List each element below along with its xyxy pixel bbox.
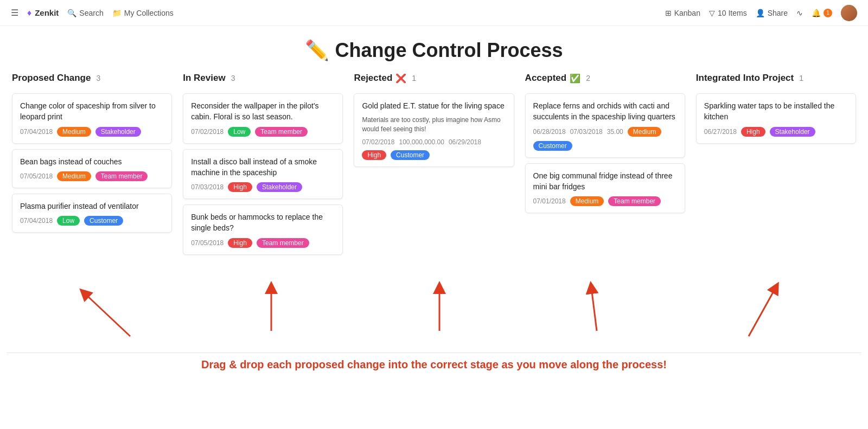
card-meta-accepted-0: 06/28/201807/03/201835.00MediumCustomer	[533, 127, 677, 151]
card-tag-proposed-0-0: Medium	[57, 127, 91, 137]
hamburger-icon[interactable]: ☰	[11, 8, 18, 18]
svg-line-1	[84, 293, 130, 336]
share-icon: 👤	[756, 9, 765, 17]
card-note-rejected-0: Materials are too costly, plus imagine h…	[362, 116, 506, 134]
column-title-integrated: Integrated Into Project	[696, 73, 794, 84]
avatar-image	[841, 5, 857, 21]
card-extra2-rejected-0: 06/29/2018	[449, 138, 481, 146]
card-rejected-0[interactable]: Gold plated E.T. statue for the living s…	[354, 93, 514, 167]
card-meta-review-0: 07/02/2018LowTeam member	[191, 127, 335, 137]
card-meta-rejected-0: 07/02/2018100,000,000.0006/29/2018HighCu…	[362, 138, 506, 160]
column-icon-accepted: ✅	[570, 73, 580, 84]
card-tag-rejected-0-0: High	[362, 150, 386, 160]
share-label: Share	[768, 9, 788, 17]
kanban-column-proposed: Proposed Change3Change color of spaceshi…	[7, 73, 177, 260]
card-tag-review-1-1: Stakeholder	[257, 182, 302, 192]
card-tag-integrated-0-1: Stakeholder	[770, 127, 815, 137]
card-meta-proposed-0: 07/04/2018MediumStakeholder	[20, 127, 164, 137]
logo-diamond-icon: ♦	[27, 8, 31, 18]
svg-line-4	[591, 287, 597, 331]
card-tag-integrated-0-0: High	[741, 127, 765, 137]
card-extra2-accepted-0: 35.00	[607, 128, 623, 136]
column-header-review: In Review3	[183, 73, 343, 86]
card-review-2[interactable]: Bunk beds or hammocks to replace the sin…	[183, 204, 343, 255]
activity-button[interactable]: ∿	[796, 9, 803, 17]
column-count-accepted: 2	[586, 74, 590, 82]
notification-button[interactable]: 🔔 1	[812, 9, 832, 17]
card-tag-proposed-1-0: Medium	[57, 171, 91, 181]
card-tag-accepted-0-0: Medium	[628, 127, 662, 137]
card-proposed-1[interactable]: Bean bags instead of couches07/05/2018Me…	[12, 149, 172, 188]
filter-items-button[interactable]: ▽ 10 Items	[709, 9, 747, 17]
share-button[interactable]: 👤 Share	[756, 9, 788, 17]
card-meta-integrated-0: 06/27/2018HighStakeholder	[704, 127, 848, 137]
card-date-review-2: 07/05/2018	[191, 239, 224, 247]
card-tag-proposed-1-1: Team member	[95, 171, 148, 181]
bottom-instruction: Drag & drop each proposed change into th…	[0, 353, 868, 387]
notification-badge: 1	[824, 9, 832, 17]
card-title-integrated-0: Sparkling water taps to be installed the…	[704, 100, 848, 123]
arrows-svg	[0, 266, 868, 353]
bell-icon: 🔔	[812, 9, 821, 17]
card-title-accepted-0: Replace ferns and orchids with cacti and…	[533, 100, 677, 123]
column-icon-rejected: ❌	[395, 73, 406, 84]
card-title-proposed-0: Change color of spaceship from silver to…	[20, 100, 164, 123]
kanban-column-rejected: Rejected❌1Gold plated E.T. statue for th…	[348, 73, 519, 260]
card-tag-proposed-0-1: Stakeholder	[95, 127, 141, 137]
card-title-review-2: Bunk beds or hammocks to replace the sin…	[191, 212, 335, 234]
card-review-0[interactable]: Reconsider the wallpaper in the pilot's …	[183, 93, 343, 144]
top-nav: ☰ ♦ Zenkit 🔍 Search 📁 My Collections ⊞ K…	[0, 0, 868, 26]
card-tag-accepted-1-1: Team member	[608, 196, 661, 206]
collections-button[interactable]: 📁 My Collections	[112, 9, 174, 17]
column-header-rejected: Rejected❌1	[354, 73, 514, 86]
page-title-area: ✏️ Change Control Process	[0, 26, 868, 73]
card-title-rejected-0: Gold plated E.T. statue for the living s…	[362, 100, 506, 111]
card-meta-review-2: 07/05/2018HighTeam member	[191, 238, 335, 248]
card-tag-accepted-0-1: Customer	[533, 141, 572, 151]
arrows-area	[0, 266, 868, 353]
card-tag-review-0-0: Low	[228, 127, 251, 137]
column-title-accepted: Accepted	[525, 73, 567, 84]
svg-line-5	[749, 287, 776, 336]
card-tag-accepted-1-0: Medium	[570, 196, 604, 206]
card-accepted-0[interactable]: Replace ferns and orchids with cacti and…	[525, 93, 685, 158]
card-date-rejected-0: 07/02/2018	[362, 138, 394, 146]
card-proposed-2[interactable]: Plasma purifier instead of ventilator07/…	[12, 194, 172, 233]
column-count-proposed: 3	[96, 74, 100, 82]
card-meta-accepted-1: 07/01/2018MediumTeam member	[533, 196, 677, 206]
column-title-proposed: Proposed Change	[12, 73, 91, 84]
card-date-proposed-2: 07/04/2018	[20, 217, 53, 225]
app-logo[interactable]: ♦ Zenkit	[27, 8, 59, 18]
card-tag-review-2-1: Team member	[257, 238, 309, 248]
nav-right: ⊞ Kanban ▽ 10 Items 👤 Share ∿ 🔔 1	[665, 5, 857, 21]
column-title-review: In Review	[183, 73, 225, 84]
card-title-review-0: Reconsider the wallpaper in the pilot's …	[191, 100, 335, 123]
card-review-1[interactable]: Install a disco ball instead of a smoke …	[183, 149, 343, 200]
card-meta-proposed-2: 07/04/2018LowCustomer	[20, 216, 164, 226]
card-date-proposed-0: 07/04/2018	[20, 128, 53, 136]
card-proposed-0[interactable]: Change color of spaceship from silver to…	[12, 93, 172, 144]
column-count-rejected: 1	[412, 74, 416, 82]
search-icon: 🔍	[67, 9, 76, 17]
card-date-review-0: 07/02/2018	[191, 128, 224, 136]
app-name: Zenkit	[35, 8, 59, 17]
activity-icon: ∿	[796, 9, 803, 17]
nav-left: ☰ ♦ Zenkit 🔍 Search 📁 My Collections	[11, 8, 174, 18]
card-tag-rejected-0-1: Customer	[391, 150, 430, 160]
card-title-proposed-1: Bean bags instead of couches	[20, 156, 164, 167]
card-date-accepted-1: 07/01/2018	[533, 197, 566, 205]
column-header-proposed: Proposed Change3	[12, 73, 172, 86]
card-title-proposed-2: Plasma purifier instead of ventilator	[20, 201, 164, 212]
card-tag-proposed-2-0: Low	[57, 216, 80, 226]
column-count-review: 3	[231, 74, 235, 82]
user-avatar[interactable]	[841, 5, 857, 21]
filter-icon: ▽	[709, 9, 715, 17]
card-integrated-0[interactable]: Sparkling water taps to be installed the…	[696, 93, 856, 144]
folder-icon: 📁	[112, 9, 122, 17]
search-button[interactable]: 🔍 Search	[67, 9, 103, 17]
kanban-view-button[interactable]: ⊞ Kanban	[665, 9, 700, 17]
card-accepted-1[interactable]: One big communal fridge instead of three…	[525, 163, 685, 214]
column-count-integrated: 1	[799, 74, 803, 82]
column-header-accepted: Accepted✅2	[525, 73, 685, 86]
search-label: Search	[79, 9, 103, 17]
